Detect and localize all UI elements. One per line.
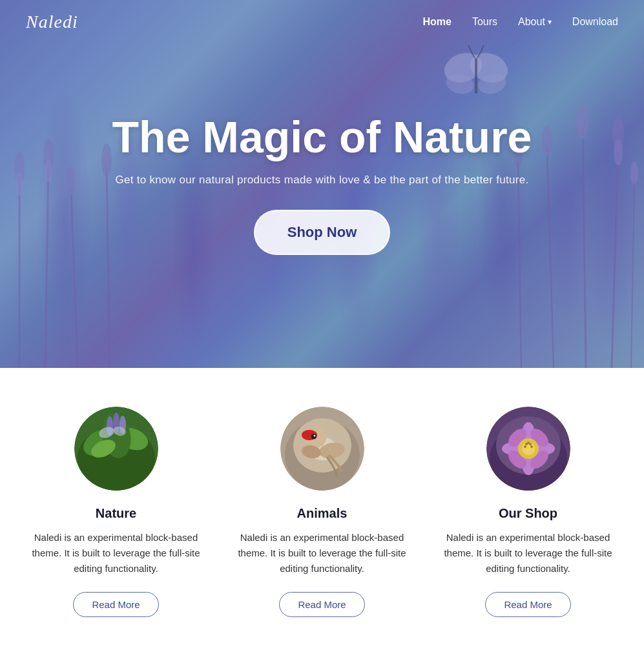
svg-line-11 (71, 187, 78, 368)
card-nature-title: Nature (96, 506, 136, 521)
site-logo[interactable]: Naledi (26, 12, 78, 32)
nav-link-about[interactable]: About (518, 16, 552, 28)
shop-now-button[interactable]: Shop Now (254, 210, 391, 255)
svg-line-8 (45, 161, 48, 368)
card-shop-text: Naledi is an experimental block-based th… (438, 530, 618, 576)
svg-point-10 (45, 159, 52, 183)
hero-section: The Magic of Nature Get to know our natu… (0, 0, 644, 368)
svg-point-65 (527, 442, 530, 444)
svg-point-67 (530, 445, 533, 448)
svg-point-7 (16, 172, 23, 196)
nav-item-tours[interactable]: Tours (472, 16, 497, 28)
shop-image (486, 407, 570, 491)
navbar: Naledi Home Tours About Download (0, 0, 644, 44)
animals-image (280, 407, 364, 491)
nav-item-home[interactable]: Home (422, 16, 451, 28)
read-more-nature-button[interactable]: Read More (73, 592, 158, 617)
read-more-animals-button[interactable]: Read More (279, 592, 364, 617)
svg-point-66 (524, 445, 526, 448)
nav-item-about[interactable]: About (518, 16, 552, 28)
nav-link-home[interactable]: Home (422, 16, 451, 27)
read-more-shop-button[interactable]: Read More (485, 592, 570, 617)
card-animals-title: Animals (297, 506, 348, 521)
svg-point-17 (614, 139, 623, 165)
nav-menu: Home Tours About Download (422, 16, 618, 28)
svg-line-15 (612, 142, 618, 368)
nav-link-tours[interactable]: Tours (472, 16, 497, 27)
card-nature: Nature Naledi is an experimental block-b… (26, 407, 206, 617)
svg-point-12 (67, 167, 76, 195)
hero-subtitle: Get to know our natural products made wi… (112, 174, 532, 187)
svg-point-25 (630, 161, 638, 185)
nav-link-download[interactable]: Download (572, 16, 618, 27)
svg-point-48 (313, 435, 315, 437)
svg-point-19 (577, 103, 588, 139)
card-shop-title: Our Shop (499, 506, 557, 521)
svg-line-24 (631, 181, 634, 368)
hero-title: The Magic of Nature (112, 113, 532, 161)
hero-content: The Magic of Nature Get to know our natu… (99, 100, 545, 269)
card-nature-text: Naledi is an experimental block-based th… (26, 530, 206, 576)
nav-item-download[interactable]: Download (572, 16, 618, 28)
card-animals-text: Naledi is an experimental block-based th… (232, 530, 412, 576)
svg-line-20 (547, 148, 554, 368)
card-animals: Animals Naledi is an experimental block-… (232, 407, 412, 617)
cards-section: Nature Naledi is an experimental block-b… (0, 368, 644, 661)
svg-line-18 (583, 129, 586, 368)
nature-image (74, 407, 158, 491)
card-shop: Our Shop Naledi is an experimental block… (438, 407, 618, 617)
